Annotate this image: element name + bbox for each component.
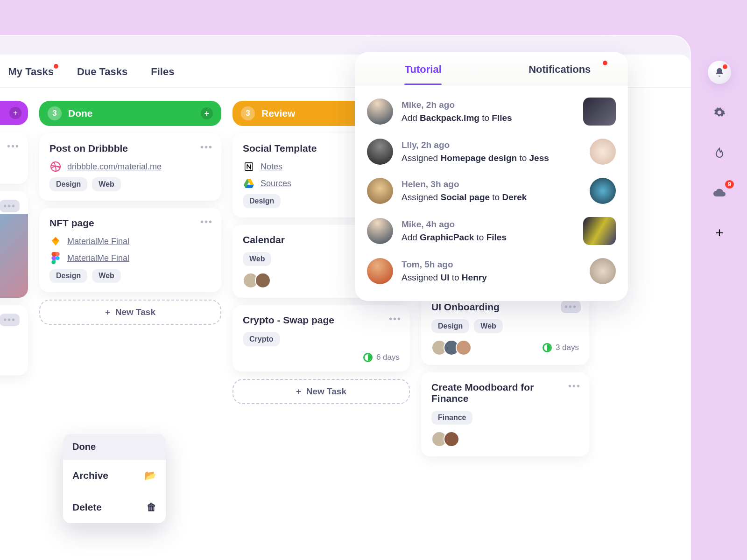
assignee-avatars[interactable]: [431, 340, 472, 356]
more-icon[interactable]: •••: [561, 301, 581, 313]
notification-text: Add Backpack.img to Files: [402, 112, 575, 125]
tab-files[interactable]: Files: [151, 66, 174, 78]
notion-icon: [243, 161, 255, 173]
add-button[interactable]: +: [708, 221, 731, 245]
attachment-row[interactable]: dribbble.com/material.me: [49, 161, 211, 173]
attachment-link[interactable]: MaterialMe Final: [67, 253, 129, 263]
tag-crypto[interactable]: Crypto: [243, 332, 280, 346]
cloud-button[interactable]: 9: [708, 181, 731, 204]
dot-icon: [603, 61, 607, 65]
attachment-row[interactable]: MaterialMe Final: [49, 235, 211, 247]
more-icon[interactable]: •••: [568, 381, 581, 392]
notification-text: Add GraphicPack to Files: [402, 231, 575, 244]
card-title: UI Onboarding: [431, 301, 579, 313]
attachment-link[interactable]: Notes: [261, 162, 282, 172]
tab-due-tasks[interactable]: Due Tasks: [77, 66, 127, 78]
fire-icon: [714, 147, 725, 159]
due-label: 6 days: [363, 353, 400, 362]
tag-web[interactable]: Web: [92, 269, 120, 283]
assignee-avatars[interactable]: [431, 431, 459, 447]
gdrive-icon: [243, 177, 255, 189]
notification-thumbnail: [583, 217, 616, 245]
task-card[interactable]: ••• s: [0, 191, 28, 298]
cloud-icon: [712, 188, 726, 198]
new-task-button[interactable]: + New Task: [39, 300, 221, 325]
notification-text: Assigned Social page to Derek: [402, 191, 581, 204]
more-icon[interactable]: •••: [0, 200, 20, 212]
more-icon[interactable]: •••: [7, 141, 20, 152]
plus-icon[interactable]: +: [201, 107, 213, 119]
tab-tutorial[interactable]: Tutorial: [355, 52, 492, 85]
avatar: [367, 258, 393, 284]
assignee-avatars[interactable]: [243, 273, 271, 288]
tag-design[interactable]: Design: [49, 269, 87, 283]
avatar: [367, 218, 393, 244]
task-card-nft[interactable]: ••• NFT page MaterialMe Final MaterialMe…: [39, 208, 221, 292]
notification-thumbnail: [590, 258, 616, 284]
attachment-link[interactable]: dribbble.com/material.me: [67, 162, 162, 172]
card-title: NFT page: [49, 217, 211, 229]
task-card[interactable]: ate ••• 23 hours: [0, 305, 28, 375]
bell-icon: [714, 67, 725, 77]
more-icon[interactable]: •••: [0, 314, 20, 326]
sketch-icon: [49, 235, 62, 247]
clock-icon: [543, 343, 552, 352]
figma-icon: [49, 252, 62, 264]
tag-design[interactable]: Design: [49, 177, 87, 191]
task-card-crypto[interactable]: ••• Crypto - Swap page Crypto 6 days: [233, 305, 410, 371]
dribbble-icon: [49, 161, 62, 173]
tag-design[interactable]: Design: [431, 319, 469, 333]
settings-button[interactable]: [708, 101, 731, 124]
notification-thumbnail: [590, 139, 616, 165]
attachment-link[interactable]: MaterialMe Final: [67, 237, 129, 246]
folder-icon: 📂: [144, 470, 156, 481]
context-menu-delete[interactable]: Delete🗑: [63, 491, 166, 523]
task-card[interactable]: •••: [0, 133, 28, 184]
bell-button[interactable]: [708, 61, 731, 84]
column-header-done[interactable]: 3 Done +: [39, 101, 221, 126]
notification-item[interactable]: Mike, 4h agoAdd GraphicPack to Files: [367, 210, 616, 252]
column-partial: + ••• ••• s ate ••• 23 hours: [0, 101, 28, 456]
task-card-moodboard[interactable]: ••• Create Moodboard for Finance Finance: [421, 372, 589, 456]
more-icon[interactable]: •••: [200, 142, 213, 153]
context-menu-header: Done: [63, 434, 166, 460]
notification-item[interactable]: Mike, 2h agoAdd Backpack.img to Files: [367, 91, 616, 132]
due-label: 3 days: [543, 343, 579, 352]
tag-web[interactable]: Web: [474, 319, 502, 333]
plus-icon[interactable]: +: [9, 107, 21, 119]
attachment-link[interactable]: Sources: [261, 179, 291, 189]
svg-point-1: [56, 256, 60, 260]
tab-notifications[interactable]: Notifications: [492, 52, 628, 85]
fire-button[interactable]: [708, 141, 731, 164]
column-header-partial[interactable]: +: [0, 101, 28, 125]
task-card-onboarding[interactable]: ••• UI Onboarding Design Web 3 days: [421, 292, 589, 365]
notification-thumbnail: [583, 98, 616, 126]
more-icon[interactable]: •••: [389, 314, 402, 324]
gear-icon: [713, 106, 726, 119]
count-badge: 3: [48, 106, 62, 120]
attachment-row[interactable]: MaterialMe Final: [49, 252, 211, 264]
avatar: [367, 98, 393, 125]
column-4: ••• UI Onboarding Design Web 3 days ••• …: [421, 292, 589, 456]
right-rail: 9 +: [708, 61, 731, 245]
context-menu-archive[interactable]: Archive📂: [63, 460, 166, 491]
tag-finance[interactable]: Finance: [431, 411, 472, 425]
new-task-button[interactable]: + New Task: [233, 379, 410, 404]
notifications-panel: Tutorial Notifications Mike, 2h agoAdd B…: [355, 52, 628, 301]
notification-text: Assigned Homepage design to Jess: [402, 152, 581, 165]
avatar: [367, 139, 393, 165]
task-card-dribbble[interactable]: ••• Post on Dribbble dribbble.com/materi…: [39, 133, 221, 201]
notification-item[interactable]: Tom, 5h agoAssigned UI to Henry: [367, 252, 616, 291]
notification-item[interactable]: Helen, 3h agoAssigned Social page to Der…: [367, 171, 616, 210]
more-icon[interactable]: •••: [200, 217, 213, 227]
tag-design[interactable]: Design: [243, 194, 281, 208]
card-thumbnail: [0, 214, 28, 298]
notification-text: Assigned UI to Henry: [402, 271, 581, 284]
tab-my-tasks[interactable]: My Tasks: [8, 66, 53, 78]
tag-web[interactable]: Web: [92, 177, 120, 191]
notification-item[interactable]: Lily, 2h agoAssigned Homepage design to …: [367, 132, 616, 171]
clock-icon: [363, 353, 373, 362]
context-menu: Done Archive📂 Delete🗑: [63, 434, 166, 523]
card-title: Crypto - Swap page: [243, 315, 400, 326]
tag-web[interactable]: Web: [243, 252, 271, 266]
